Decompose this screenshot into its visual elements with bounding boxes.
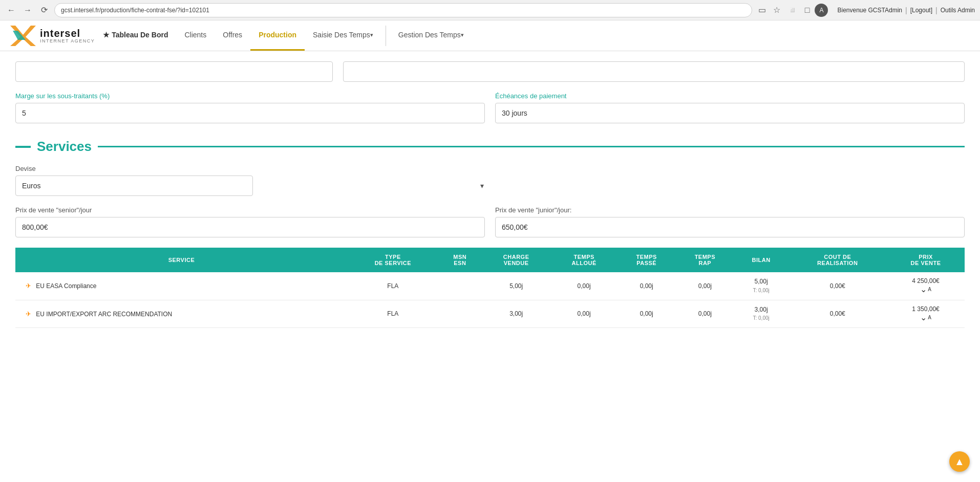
cast-icon[interactable]: ▭ [756,4,768,16]
echeances-label: Échéances de paiement [495,92,965,100]
echeances-group: Échéances de paiement [495,92,965,123]
marge-input[interactable] [15,103,485,123]
cell-prix-vente: 1 350,00€ ⌄A [887,300,965,328]
marge-group: Marge sur les sous-traitants (%) [15,92,485,123]
top-right-input[interactable] [343,61,965,82]
col-temps-alloue: TEMPSALLOUÉ [551,248,617,272]
cell-service: ✈ EU IMPORT/EXPORT ARC RECOMMENDATION [15,300,348,328]
price-row: Prix de vente "senior"/jour Prix de vent… [15,206,965,237]
services-heading: Services [37,139,92,155]
cell-bilan: 5,00jT: 0,00j [734,272,788,300]
cell-charge: 5,00j [482,272,551,300]
nav-clients[interactable]: Clients [176,20,215,51]
browser-chrome: ← → ⟳ ▭ ☆ ◽ □ A Bienvenue GCSTAdmin | [L… [0,0,980,20]
logout-link[interactable]: [Logout] [910,7,932,14]
site-header: intersel INTERNET AGENCY ★ Tableau De Bo… [0,20,980,51]
logo-icon [10,26,36,46]
cell-temps-rap: 0,00j [676,300,734,328]
cell-cout: 0,00€ [788,300,887,328]
welcome-text: Bienvenue GCSTAdmin [837,7,902,14]
reload-button[interactable]: ⟳ [38,4,50,16]
devise-group: Devise Euros USD GBP [15,165,965,196]
cell-bilan: 3,00jT: 0,00j [734,300,788,328]
cell-type: FLA [348,272,438,300]
junior-price-input[interactable] [495,217,965,237]
col-type: TYPEDE SERVICE [348,248,438,272]
services-section-title: Services [15,139,965,155]
forward-button[interactable]: → [22,4,34,16]
col-charge: CHARGEVENDUE [482,248,551,272]
browser-action-icons: ▭ ☆ ◽ □ A [756,4,828,17]
address-bar[interactable] [54,3,752,17]
user-avatar[interactable]: A [815,4,828,17]
col-bilan: BILAN [734,248,788,272]
nav-production[interactable]: Production [250,20,305,51]
logo-wordmark: intersel INTERNET AGENCY [40,28,95,44]
col-service: SERVICE [15,248,348,272]
marge-echeances-row: Marge sur les sous-traitants (%) Échéanc… [15,92,965,123]
junior-price-group: Prix de vente "junior"/jour: [495,206,965,237]
nav-saisie[interactable]: Saisie Des Temps [305,20,381,51]
cell-cout: 0,00€ [788,272,887,300]
title-line [98,146,965,147]
senior-price-input[interactable] [15,217,485,237]
senior-price-group: Prix de vente "senior"/jour [15,206,485,237]
devise-label: Devise [15,165,965,172]
top-inputs-row [15,61,965,82]
window-icon[interactable]: □ [803,5,812,16]
nav-gestion[interactable]: Gestion Des Temps [390,20,472,51]
col-temps-passe: TEMPSPASSÉ [617,248,676,272]
table-row: ✈ EU IMPORT/EXPORT ARC RECOMMENDATION FL… [15,300,965,328]
cell-charge: 3,00j [482,300,551,328]
svg-marker-0 [10,26,36,46]
extension-icon[interactable]: ◽ [785,4,800,16]
cell-temps-alloue: 0,00j [551,272,617,300]
main-content: Marge sur les sous-traitants (%) Échéanc… [0,51,980,338]
nav-offres[interactable]: Offres [215,20,250,51]
senior-label: Prix de vente "senior"/jour [15,206,485,214]
bookmark-icon[interactable]: ☆ [771,4,782,16]
cell-temps-passe: 0,00j [617,300,676,328]
top-right-links: Bienvenue GCSTAdmin | [Logout] | Outils … [837,6,975,14]
cell-service: ✈ EU EASA Compliance [15,272,348,300]
logo: intersel INTERNET AGENCY [10,26,95,46]
col-cout: COUT DEREALISATION [788,248,887,272]
service-icon: ✈ [26,282,31,290]
services-table: SERVICE TYPEDE SERVICE MSNESN CHARGEVEND… [15,248,965,328]
cell-msn [438,300,482,328]
echeances-input[interactable] [495,103,965,123]
col-prix-vente: PRIXDE VENTE [887,248,965,272]
title-dash [15,146,31,148]
expand-icon[interactable]: ⌄ [920,313,927,322]
back-button[interactable]: ← [5,4,17,16]
cell-type: FLA [348,300,438,328]
devise-select[interactable]: Euros USD GBP [15,176,253,196]
main-nav: ★ Tableau De Bord Clients Offres Product… [95,20,472,51]
nav-tableau[interactable]: ★ Tableau De Bord [95,20,176,51]
col-msn: MSNESN [438,248,482,272]
devise-select-wrapper: Euros USD GBP [15,176,490,196]
nav-divider [386,26,386,46]
admin-link[interactable]: Outils Admin [941,7,975,14]
col-temps-rap: TEMPSRAP [676,248,734,272]
top-left-input[interactable] [15,61,333,82]
cell-temps-passe: 0,00j [617,272,676,300]
cell-prix-vente: 4 250,00€ ⌄A [887,272,965,300]
junior-label: Prix de vente "junior"/jour: [495,206,965,214]
cell-temps-alloue: 0,00j [551,300,617,328]
cell-temps-rap: 0,00j [676,272,734,300]
table-row: ✈ EU EASA Compliance FLA 5,00j 0,00j 0,0… [15,272,965,300]
cell-msn [438,272,482,300]
expand-icon[interactable]: ⌄ [920,284,927,294]
service-icon: ✈ [26,310,31,318]
marge-label: Marge sur les sous-traitants (%) [15,92,485,100]
